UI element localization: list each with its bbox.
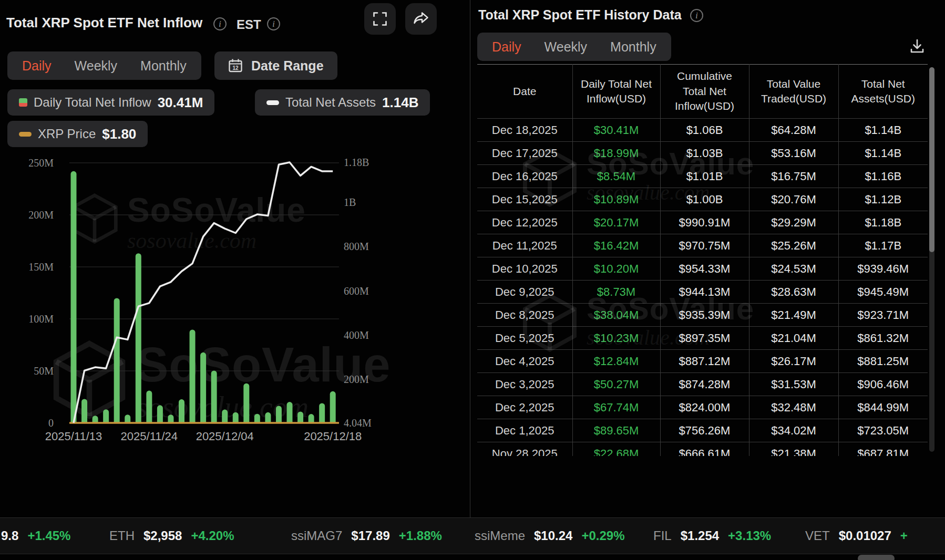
date-cell: Dec 9,2025 (477, 281, 572, 304)
cumulative-inflow-cell: $824.00M (660, 396, 749, 419)
net-assets-cell: $906.46M (838, 373, 928, 396)
tab-daily[interactable]: Daily (492, 39, 521, 55)
inflow-bars (71, 171, 336, 427)
ticker-item[interactable]: ETH$2,958+4.20% (109, 518, 234, 554)
partial-widget (858, 555, 895, 560)
cumulative-inflow-cell: $897.35M (660, 327, 749, 350)
ticker-item[interactable]: 9.8+1.45% (1, 518, 70, 554)
inflow-bar (330, 391, 336, 427)
y-axis-left-tick: 200M (28, 209, 54, 221)
table-scrollbar-thumb[interactable] (929, 67, 934, 252)
tab-monthly[interactable]: Monthly (610, 39, 656, 55)
price-ticker-bar: 9.8+1.45%ETH$2,958+4.20%ssiMAG7$17.89+1.… (0, 517, 945, 554)
x-axis-tick: 2025/11/24 (121, 430, 178, 443)
legend-label: Total Net Assets (285, 95, 376, 110)
date-cell: Dec 15,2025 (477, 188, 572, 211)
daily-inflow-cell: $10.89M (572, 188, 660, 211)
fullscreen-button[interactable] (364, 3, 396, 35)
legend-daily-net-inflow[interactable]: Daily Total Net Inflow 30.41M (7, 89, 214, 116)
table-header-row: DateDaily Total Net Inflow(USD)Cumulativ… (477, 65, 928, 119)
table-row: Dec 4,2025$12.84M$887.12M$26.17M$881.25M (477, 350, 928, 373)
ticker-symbol: ssiMAG7 (291, 528, 342, 543)
column-header: Total Net Assets(USD) (838, 65, 928, 119)
date-cell: Dec 2,2025 (477, 396, 572, 419)
ticker-symbol: ssiMeme (475, 528, 525, 543)
table-row: Dec 10,2025$10.20M$954.33M$24.53M$939.46… (477, 257, 928, 281)
table-body: Dec 18,2025$30.41M$1.06B$64.28M$1.14BDec… (477, 119, 928, 457)
cumulative-inflow-cell: $944.13M (660, 281, 749, 304)
share-button[interactable] (405, 3, 437, 35)
value-traded-cell: $21.49M (749, 304, 838, 327)
value-traded-cell: $34.02M (749, 419, 838, 442)
daily-inflow-cell: $12.84M (572, 350, 660, 373)
cumulative-inflow-cell: $970.75M (660, 234, 749, 257)
daily-inflow-cell: $16.42M (572, 234, 660, 257)
table-row: Dec 2,2025$67.74M$824.00M$32.48M$844.99M (477, 396, 928, 419)
inflow-bar (276, 406, 282, 427)
daily-inflow-cell: $10.20M (572, 257, 660, 281)
info-icon[interactable]: i (213, 17, 227, 30)
cumulative-inflow-cell: $756.26M (660, 419, 749, 442)
inflow-chart[interactable]: 250M200M150M100M50M01.18B1B800M600M400M2… (0, 146, 470, 451)
column-header: Cumulative Total Net Inflow(USD) (660, 65, 749, 119)
net-assets-cell: $844.99M (838, 396, 928, 419)
tab-weekly[interactable]: Weekly (545, 39, 588, 55)
inflow-bar (254, 414, 260, 427)
ticker-change: +0.29% (581, 528, 624, 543)
white-dash-icon (266, 100, 279, 105)
cumulative-inflow-cell: $1.06B (660, 119, 749, 142)
cumulative-inflow-cell: $1.01B (660, 165, 749, 188)
value-traded-cell: $53.16M (749, 142, 838, 165)
date-cell: Dec 1,2025 (477, 419, 572, 442)
inflow-bar (190, 329, 196, 427)
inflow-bar (233, 412, 239, 427)
date-range-button[interactable]: 12 Date Range (214, 51, 337, 80)
cumulative-inflow-cell: $887.12M (660, 350, 749, 373)
value-traded-cell: $21.38M (749, 442, 838, 457)
net-assets-cell: $861.32M (838, 327, 928, 350)
green-red-bar-icon (19, 98, 27, 107)
tab-daily[interactable]: Daily (22, 58, 52, 74)
ticker-item[interactable]: VET$0.01027+ (805, 518, 908, 554)
net-assets-cell: $1.14B (838, 119, 928, 142)
info-icon[interactable]: i (267, 17, 280, 30)
tab-monthly[interactable]: Monthly (140, 58, 187, 74)
table-row: Nov 28,2025$22.68M$666.61M$21.38M$687.81… (477, 442, 928, 457)
daily-inflow-cell: $30.41M (572, 119, 660, 142)
tab-weekly[interactable]: Weekly (75, 58, 118, 74)
ticker-item[interactable]: ssiMeme$10.24+0.29% (475, 518, 625, 554)
x-axis-tick: 2025/12/04 (196, 430, 254, 443)
inflow-bar (243, 383, 249, 427)
inflow-bar (265, 412, 271, 427)
legend-xrp-price[interactable]: XRP Price $1.80 (7, 121, 148, 147)
date-cell: Dec 8,2025 (477, 304, 572, 327)
ticker-item[interactable]: FIL$1.254+3.13% (653, 518, 771, 554)
share-icon (414, 12, 428, 26)
yellow-dash-icon (19, 132, 32, 137)
download-button[interactable] (909, 38, 926, 57)
daily-inflow-cell: $8.54M (572, 165, 660, 188)
value-traded-cell: $31.53M (749, 373, 838, 396)
value-traded-cell: $16.75M (749, 165, 838, 188)
value-traded-cell: $21.04M (749, 327, 838, 350)
legend-total-net-assets[interactable]: Total Net Assets 1.14B (255, 89, 430, 116)
inflow-bar (211, 370, 217, 427)
inflow-bar (93, 416, 98, 427)
net-assets-cell: $1.16B (838, 165, 928, 188)
calendar-icon: 12 (228, 58, 243, 73)
value-traded-cell: $64.28M (749, 119, 838, 142)
history-table: DateDaily Total Net Inflow(USD)Cumulativ… (477, 64, 928, 456)
y-axis-right-tick: 1.18B (344, 157, 369, 168)
ticker-price: $1.254 (681, 528, 719, 543)
table-row: Dec 8,2025$38.04M$935.39M$21.49M$923.71M (477, 304, 928, 327)
ticker-item[interactable]: ssiMAG7$17.89+1.88% (291, 518, 442, 554)
value-traded-cell: $32.48M (749, 396, 838, 419)
info-icon[interactable]: i (690, 9, 703, 22)
net-assets-cell: $1.18B (838, 211, 928, 234)
daily-inflow-cell: $8.73M (572, 281, 660, 304)
y-axis-right-tick: 800M (344, 241, 369, 252)
table-row: Dec 11,2025$16.42M$970.75M$25.26M$1.17B (477, 234, 928, 257)
svg-text:12: 12 (232, 65, 239, 71)
date-cell: Dec 4,2025 (477, 350, 572, 373)
chart-period-tabs: Daily Weekly Monthly (7, 51, 201, 80)
